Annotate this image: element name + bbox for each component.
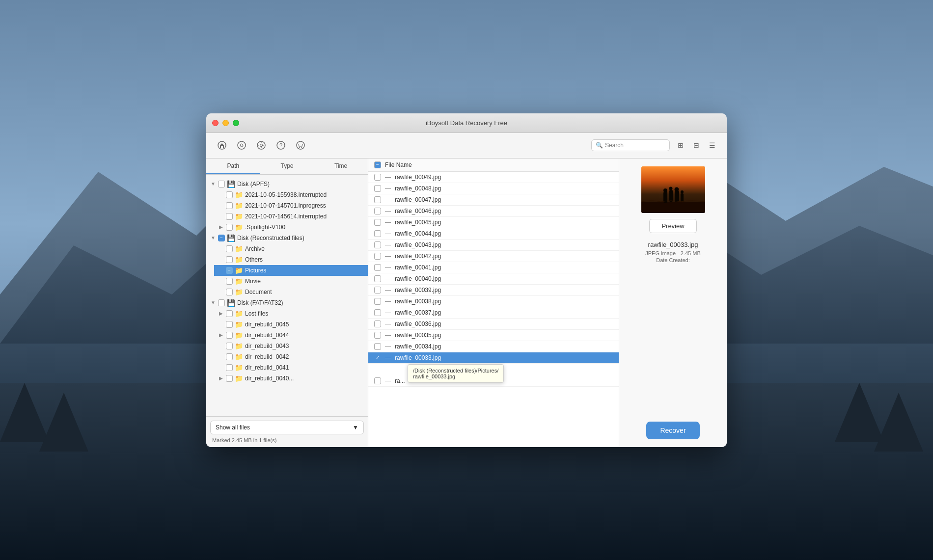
checkbox-2021-1007a[interactable]	[226, 202, 233, 209]
checkbox-dir0045[interactable]	[226, 321, 233, 328]
tab-type[interactable]: Type	[260, 159, 314, 174]
window-controls	[212, 120, 239, 126]
close-button[interactable]	[212, 120, 219, 126]
file-checkbox[interactable]	[374, 309, 381, 316]
help-icon[interactable]: ?	[273, 137, 289, 153]
checkbox-disk-fat[interactable]	[218, 299, 225, 306]
file-row[interactable]: — rawfile_00045.jpg	[368, 217, 619, 228]
file-row[interactable]: — rawfile_00037.jpg	[368, 307, 619, 319]
checkbox-disk-apfs[interactable]	[218, 181, 225, 187]
file-checkbox[interactable]	[374, 377, 381, 384]
file-row[interactable]: — rawfile_00039.jpg	[368, 285, 619, 296]
file-type-icon: —	[385, 174, 391, 181]
search-input[interactable]	[605, 142, 665, 149]
tab-time[interactable]: Time	[314, 159, 368, 174]
checkbox-2021-1007b[interactable]	[226, 213, 233, 220]
maximize-button[interactable]	[233, 120, 239, 126]
list-view-button[interactable]: ☰	[705, 138, 719, 152]
tree-item-document[interactable]: 📁 Document	[214, 287, 368, 297]
svg-point-9	[238, 141, 246, 149]
disk-icon: 💾	[227, 299, 235, 307]
file-row[interactable]: — rawfile_00034.jpg	[368, 341, 619, 352]
tree-item-lost-files[interactable]: ▶ 📁 Lost files	[214, 308, 368, 319]
search-box: 🔍	[591, 139, 670, 151]
tree-item-others[interactable]: 📁 Others	[214, 254, 368, 265]
tree-item-dir0041[interactable]: 📁 dir_rebuild_0041	[214, 362, 368, 373]
checkbox-spotlight[interactable]	[226, 224, 233, 231]
show-all-files-dropdown[interactable]: Show all files ▼	[210, 421, 364, 434]
file-row[interactable]: — rawfile_00040.jpg	[368, 273, 619, 285]
file-checkbox[interactable]	[374, 298, 381, 305]
file-checkbox[interactable]	[374, 174, 381, 181]
file-checkbox[interactable]	[374, 230, 381, 237]
checkbox-dir0044[interactable]	[226, 332, 233, 339]
file-row[interactable]: — rawfile_00036.jpg	[368, 319, 619, 330]
file-row[interactable]: — rawfile_00049.jpg	[368, 172, 619, 183]
tree-item-disk-fat[interactable]: ▼ 💾 Disk (FAT\FAT32)	[206, 297, 368, 308]
file-row[interactable]: — rawfile_00043.jpg	[368, 240, 619, 251]
scan-icon[interactable]	[234, 137, 249, 153]
thumbnail-view-button[interactable]: ⊞	[674, 138, 687, 152]
tree-item-dir0045[interactable]: 📁 dir_rebuild_0045	[214, 319, 368, 330]
checkbox-pictures[interactable]: −	[226, 267, 233, 274]
file-row[interactable]: — rawfile_00035.jpg	[368, 330, 619, 341]
checkbox-archive[interactable]	[226, 245, 233, 252]
checkbox-dir0042[interactable]	[226, 353, 233, 360]
tab-path[interactable]: Path	[206, 159, 260, 174]
file-checkbox-checked[interactable]: ✓	[374, 354, 381, 361]
home-icon[interactable]	[214, 137, 230, 153]
file-checkbox[interactable]	[374, 343, 381, 350]
checkbox-others[interactable]	[226, 256, 233, 263]
tree-item-dir0042[interactable]: 📁 dir_rebuild_0042	[214, 351, 368, 362]
tree-item-dir0040[interactable]: ▶ 📁 dir_rebuild_0040...	[214, 373, 368, 384]
file-row[interactable]: — rawfile_00038.jpg	[368, 296, 619, 307]
file-checkbox[interactable]	[374, 241, 381, 248]
minimize-button[interactable]	[222, 120, 229, 126]
tree-item-2021-1007a[interactable]: 📁 2021-10-07-145701.inprogress	[214, 200, 368, 211]
file-checkbox[interactable]	[374, 185, 381, 192]
checkbox-dir0041[interactable]	[226, 364, 233, 371]
file-row[interactable]: — rawfile_00046.jpg	[368, 206, 619, 217]
file-checkbox[interactable]	[374, 253, 381, 260]
file-checkbox[interactable]	[374, 219, 381, 226]
checkbox-disk-recon[interactable]: −	[218, 235, 225, 241]
tree-item-archive[interactable]: 📁 Archive	[214, 243, 368, 254]
file-checkbox[interactable]	[374, 208, 381, 214]
file-row[interactable]: — rawfile_00048.jpg	[368, 183, 619, 194]
file-checkbox[interactable]	[374, 332, 381, 339]
file-checkbox[interactable]	[374, 264, 381, 271]
file-row-selected[interactable]: ✓ — rawfile_00033.jpg /Disk (Reconstruct…	[368, 352, 619, 364]
settings-icon[interactable]	[253, 137, 269, 153]
tree-item-spotlight[interactable]: ▶ 📁 .Spotlight-V100	[214, 222, 368, 233]
file-checkbox[interactable]	[374, 320, 381, 327]
file-row[interactable]: — rawfile_00047.jpg	[368, 194, 619, 206]
recover-button[interactable]: Recover	[646, 422, 699, 439]
checkbox-2021-1005[interactable]	[226, 191, 233, 198]
checkbox-dir0043[interactable]	[226, 343, 233, 349]
tree-item-disk-apfs[interactable]: ▼ 💾 Disk (APFS)	[206, 179, 368, 189]
file-checkbox[interactable]	[374, 196, 381, 203]
select-all-checkbox[interactable]: −	[374, 161, 381, 168]
tree-item-disk-recon[interactable]: ▼ − 💾 Disk (Reconstructed files)	[206, 233, 368, 243]
tree-item-2021-1005[interactable]: 📁 2021-10-05-155938.interrupted	[214, 189, 368, 200]
tree-item-dir0044[interactable]: ▶ 📁 dir_rebuild_0044	[214, 330, 368, 341]
tree-item-movie[interactable]: 📁 Movie	[214, 276, 368, 287]
svg-point-14	[297, 141, 304, 149]
file-checkbox[interactable]	[374, 287, 381, 293]
grid-view-button[interactable]: ⊟	[689, 138, 703, 152]
tooltip-line1: /Disk (Reconstructed files)/Pictures/	[413, 368, 498, 373]
tree-item-pictures[interactable]: − 📁 Pictures	[214, 265, 368, 276]
tooltip-line2: rawfile_00033.jpg	[413, 373, 498, 379]
checkbox-dir0040[interactable]	[226, 375, 233, 382]
tree-item-dir0043[interactable]: 📁 dir_rebuild_0043	[214, 341, 368, 351]
preview-button[interactable]: Preview	[649, 219, 696, 233]
checkbox-movie[interactable]	[226, 278, 233, 285]
file-row[interactable]: — rawfile_00044.jpg	[368, 228, 619, 240]
file-row[interactable]: — rawfile_00042.jpg	[368, 251, 619, 262]
file-row[interactable]: — rawfile_00041.jpg	[368, 262, 619, 273]
checkbox-lost-files[interactable]	[226, 310, 233, 317]
file-checkbox[interactable]	[374, 275, 381, 282]
tree-item-2021-1007b[interactable]: 📁 2021-10-07-145614.interrupted	[214, 211, 368, 222]
checkbox-document[interactable]	[226, 289, 233, 295]
cart-icon[interactable]	[293, 137, 308, 153]
